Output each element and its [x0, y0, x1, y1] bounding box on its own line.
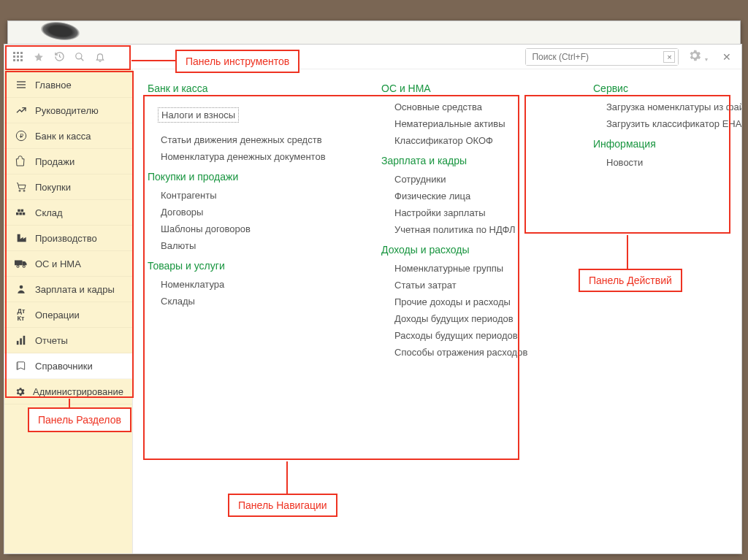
ruble-icon: ₽ [15, 129, 28, 142]
apps-icon[interactable] [9, 47, 28, 66]
nav-link[interactable]: Основные средства [394, 101, 557, 112]
chart-icon [15, 104, 28, 117]
svg-rect-20 [18, 210, 20, 212]
svg-rect-26 [17, 341, 19, 345]
search-box[interactable]: × [525, 48, 679, 66]
bars-icon [15, 334, 28, 347]
svg-rect-4 [17, 55, 19, 58]
sidebar-item-2[interactable]: ₽Банк и касса [4, 123, 132, 149]
section-title[interactable]: Зарплата и кадры [381, 155, 557, 166]
sidebar-item-7[interactable]: ОС и НМА [4, 251, 132, 277]
sidebar-item-label: Руководителю [35, 105, 99, 116]
sidebar-item-label: Банк и касса [35, 131, 91, 142]
section-title[interactable]: ОС и НМА [381, 83, 557, 94]
nav-link[interactable]: Прочие доходы и расходы [394, 296, 557, 307]
nav-link[interactable]: Классификатор ОКОФ [394, 135, 557, 146]
section-title[interactable]: Товары и услуги [148, 260, 345, 272]
sidebar-item-3[interactable]: Продажи [4, 149, 132, 174]
nav-column-2: ОС и НМАОсновные средстваНематериальные … [381, 83, 557, 546]
star-icon[interactable] [29, 47, 48, 66]
nav-link[interactable]: Физические лица [394, 191, 557, 202]
nav-link[interactable]: Договоры [161, 207, 345, 218]
callout-toolbar: Панель инструментов [175, 50, 299, 73]
cart-icon [15, 180, 28, 193]
sidebar-item-4[interactable]: Покупки [4, 174, 132, 200]
callout-navigation: Панель Навигации [228, 494, 337, 517]
svg-rect-0 [13, 52, 15, 54]
nav-link[interactable]: Налоги и взносы [158, 107, 239, 123]
nav-link[interactable]: Номенклатурные группы [394, 263, 557, 274]
svg-point-16 [23, 190, 25, 191]
sidebar-item-label: Покупки [35, 182, 71, 193]
nav-link[interactable]: Доходы будущих периодов [394, 313, 557, 324]
sidebar-item-8[interactable]: Зарплата и кадры [4, 277, 132, 302]
history-icon[interactable] [50, 47, 69, 66]
section-title[interactable]: Банк и касса [148, 83, 345, 94]
toolbar [9, 47, 110, 66]
svg-rect-2 [20, 52, 23, 54]
svg-text:₽: ₽ [20, 133, 23, 139]
sidebar-item-10[interactable]: Отчеты [4, 328, 132, 353]
svg-point-24 [23, 265, 25, 267]
section-title[interactable]: Доходы и расходы [381, 244, 557, 256]
person-icon [15, 283, 28, 296]
callout-sections: Панель Разделов [28, 407, 131, 432]
sidebar-item-9[interactable]: ДтКтОперации [4, 302, 132, 328]
section-title[interactable]: Сервис [593, 83, 741, 94]
sidebar-item-6[interactable]: Производство [4, 226, 132, 251]
sidebar-item-label: Администрирование [33, 386, 123, 397]
nav-link[interactable]: Загрузить классификатор ЕНАОФ [606, 118, 741, 129]
nav-link[interactable]: Сотрудники [394, 174, 557, 185]
nav-link[interactable]: Настройки зарплаты [394, 207, 557, 218]
svg-rect-3 [13, 55, 15, 58]
nav-link[interactable]: Склады [161, 296, 345, 307]
nav-link[interactable]: Валюты [161, 240, 345, 251]
main-content: Банк и кассаНалоги и взносыСтатьи движен… [133, 69, 741, 553]
sidebar-item-label: Продажи [35, 156, 75, 167]
svg-rect-28 [23, 336, 26, 345]
nav-link[interactable]: Контрагенты [161, 190, 345, 201]
nav-link[interactable]: Новости [606, 157, 741, 168]
settings-icon[interactable]: ▾ [684, 45, 711, 68]
nav-link[interactable]: Способы отражения расходов [394, 347, 557, 358]
svg-rect-6 [13, 59, 15, 61]
nav-link[interactable]: Нематериальные активы [394, 118, 557, 129]
svg-point-9 [76, 53, 82, 58]
svg-point-15 [19, 190, 20, 191]
sidebar-item-0[interactable]: Главное [4, 72, 132, 98]
sidebar-item-label: Зарплата и кадры [35, 284, 115, 295]
sidebar-item-5[interactable]: Склад [4, 200, 132, 226]
gear-icon [15, 385, 26, 398]
search-icon[interactable] [70, 47, 89, 66]
sidebar-item-1[interactable]: Руководителю [4, 98, 132, 123]
search-clear-button[interactable]: × [663, 51, 675, 63]
nav-link[interactable]: Номенклатура [161, 279, 345, 290]
sidebar-item-11[interactable]: Справочники [4, 353, 132, 379]
section-title[interactable]: Информация [593, 138, 741, 150]
search-input[interactable] [526, 49, 678, 65]
nav-link[interactable]: Статьи затрат [394, 280, 557, 291]
svg-rect-8 [20, 59, 23, 61]
ops-icon: ДтКт [15, 308, 28, 321]
svg-point-23 [17, 265, 19, 267]
bell-icon[interactable] [91, 47, 110, 66]
nav-link[interactable]: Номенклатура денежных документов [161, 151, 345, 162]
svg-rect-18 [19, 212, 22, 215]
nav-link[interactable]: Шаблоны договоров [161, 223, 345, 234]
svg-rect-27 [20, 338, 22, 345]
nav-link[interactable]: Расходы будущих периодов [394, 330, 557, 341]
topbar: × ▾ ✕ [4, 45, 741, 69]
svg-rect-7 [17, 59, 19, 61]
nav-link[interactable]: Статьи движения денежных средств [161, 134, 345, 145]
callout-actions: Панель Действий [579, 269, 682, 292]
app-window: × ▾ ✕ ГлавноеРуководителю₽Банк и кассаПр… [4, 44, 742, 554]
sidebar-item-label: Главное [35, 80, 72, 91]
sidebar-item-label: Операции [35, 310, 80, 321]
nav-link[interactable]: Загрузка номенклатуры из файла [606, 101, 741, 112]
close-icon[interactable]: ✕ [717, 51, 737, 63]
factory-icon [15, 231, 28, 245]
book-icon [15, 359, 28, 372]
nav-link[interactable]: Учетная политика по НДФЛ [394, 224, 557, 235]
section-title[interactable]: Покупки и продажи [148, 171, 345, 183]
svg-rect-22 [15, 261, 23, 266]
